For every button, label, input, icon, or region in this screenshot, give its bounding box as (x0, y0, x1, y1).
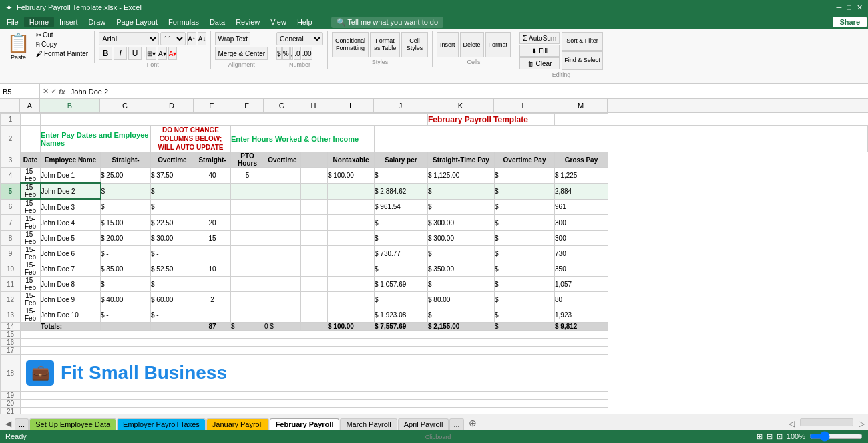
cell-l7[interactable]: $ (495, 215, 555, 231)
cell-name-10[interactable]: John Doe 7 (41, 261, 101, 277)
cell-d5[interactable]: $ (151, 183, 194, 199)
cell-g14[interactable]: 0 $ (264, 323, 301, 331)
cell-date-4[interactable]: 15-Feb (21, 168, 41, 184)
cell-i11[interactable] (328, 277, 375, 292)
cell-B2[interactable]: Enter Pay Dates and Employee Names (41, 126, 151, 152)
cell-h13[interactable] (301, 307, 328, 323)
cell-i7[interactable] (328, 215, 375, 231)
cell-c6[interactable]: $ (101, 199, 151, 215)
cell-f10[interactable] (231, 261, 264, 277)
cell-f7[interactable] (231, 215, 264, 231)
cell-M1[interactable] (555, 114, 608, 126)
cell-name-8[interactable]: John Doe 5 (41, 231, 101, 246)
cell-e4[interactable]: 40 (194, 168, 231, 184)
cell-L3[interactable]: Overtime Pay (495, 152, 555, 168)
cell-name-6[interactable]: John Doe 3 (41, 199, 101, 215)
find-select-button[interactable]: Find & Select (562, 51, 603, 70)
cell-A3[interactable]: Date (21, 152, 41, 168)
cell-name-4[interactable]: John Doe 1 (41, 168, 101, 184)
cell-m8[interactable]: 300 (555, 231, 608, 246)
cell-j12[interactable]: $ (375, 292, 428, 307)
col-header-J[interactable]: J (374, 99, 427, 112)
cell-k7[interactable]: $ 300.00 (428, 215, 495, 231)
cell-h12[interactable] (301, 292, 328, 307)
cell-l11[interactable]: $ (495, 277, 555, 292)
cell-c14[interactable] (101, 323, 151, 331)
cell-g4[interactable] (264, 168, 301, 184)
cell-k13[interactable]: $ (428, 307, 495, 323)
col-header-L[interactable]: L (494, 99, 554, 112)
cell-name-13[interactable]: John Doe 10 (41, 307, 101, 323)
formula-cancel-icon[interactable]: ✕ (43, 87, 49, 96)
cell-l13[interactable]: $ (495, 307, 555, 323)
col-header-D[interactable]: D (150, 99, 194, 112)
cell-i8[interactable] (328, 231, 375, 246)
cell-e5[interactable] (194, 183, 231, 199)
bold-button[interactable]: B (99, 47, 112, 60)
cell-styles-button[interactable]: Cell Styles (401, 32, 428, 57)
decrease-decimal-button[interactable]: .00 (302, 47, 312, 60)
cell-date-10[interactable]: 15-Feb (21, 261, 41, 277)
sheet-nav-prev[interactable]: ◀ (3, 418, 14, 430)
cell-f9[interactable] (231, 246, 264, 261)
cell-k12[interactable]: $ 80.00 (428, 292, 495, 307)
cell-j8[interactable]: $ (375, 231, 428, 246)
cell-j7[interactable]: $ (375, 215, 428, 231)
cell-f13[interactable] (231, 307, 264, 323)
menu-home[interactable]: Home (24, 17, 54, 27)
cell-date-8[interactable]: 15-Feb (21, 231, 41, 246)
increase-decimal-button[interactable]: .0 (294, 47, 300, 60)
menu-data[interactable]: Data (204, 17, 230, 27)
cell-d8[interactable]: $ 30.00 (151, 231, 194, 246)
cell-B3[interactable]: Employee Name (41, 152, 101, 168)
cell-date-9[interactable]: 15-Feb (21, 246, 41, 261)
cell-date-12[interactable]: 15-Feb (21, 292, 41, 307)
cell-h6[interactable] (301, 199, 328, 215)
cell-15[interactable] (21, 331, 608, 339)
cell-f4[interactable]: 5 (231, 168, 264, 184)
cell-g10[interactable] (264, 261, 301, 277)
col-header-E[interactable]: E (194, 99, 230, 112)
currency-button[interactable]: $ (276, 47, 282, 60)
cell-f5[interactable] (231, 183, 264, 199)
underline-button[interactable]: U (128, 47, 142, 60)
sheet-tab-ellipsis-right[interactable]: ... (449, 418, 463, 430)
italic-button[interactable]: I (114, 47, 127, 60)
cell-e10[interactable]: 10 (194, 261, 231, 277)
cell-k10[interactable]: $ 350.00 (428, 261, 495, 277)
cell-m11[interactable]: 1,057 (555, 277, 608, 292)
menu-review[interactable]: Review (230, 17, 265, 27)
cell-e11[interactable] (194, 277, 231, 292)
cell-i6[interactable] (328, 199, 375, 215)
cell-c9[interactable]: $ - (101, 246, 151, 261)
format-as-table-button[interactable]: Format as Table (370, 32, 400, 57)
cell-G3[interactable]: Overtime (264, 152, 301, 168)
tab-april-payroll[interactable]: April Payroll (398, 418, 449, 430)
cell-d6[interactable]: $ (151, 199, 194, 215)
cell-c8[interactable]: $ 20.00 (101, 231, 151, 246)
menu-formulas[interactable]: Formulas (163, 17, 204, 27)
cell-H3[interactable] (301, 152, 328, 168)
cell-m14-totals[interactable]: $ 9,812 (555, 323, 608, 331)
menu-draw[interactable]: Draw (83, 17, 112, 27)
cut-button[interactable]: ✂Cut (34, 31, 90, 39)
formula-fx-icon[interactable]: fx (59, 88, 65, 96)
cell-21[interactable] (21, 408, 608, 414)
cell-date-13[interactable]: 15-Feb (21, 307, 41, 323)
cell-20[interactable] (21, 400, 608, 408)
cell-i14-totals[interactable]: $ 100.00 (328, 323, 375, 331)
cell-J3[interactable]: Salary per (375, 152, 428, 168)
cell-k9[interactable]: $ (428, 246, 495, 261)
number-format-select[interactable]: General (276, 32, 323, 45)
formula-input[interactable] (68, 88, 868, 96)
cell-d14[interactable] (151, 323, 194, 331)
menu-view[interactable]: View (265, 17, 292, 27)
cell-date-11[interactable]: 15-Feb (21, 277, 41, 292)
cell-f11[interactable] (231, 277, 264, 292)
cell-e14-totals[interactable]: 87 (194, 323, 231, 331)
sheet-tab-ellipsis-left[interactable]: ... (15, 418, 29, 430)
autosum-button[interactable]: Σ AutoSum (519, 32, 560, 44)
cell-a14[interactable] (21, 323, 41, 331)
col-header-G[interactable]: G (264, 99, 300, 112)
cell-g11[interactable] (264, 277, 301, 292)
